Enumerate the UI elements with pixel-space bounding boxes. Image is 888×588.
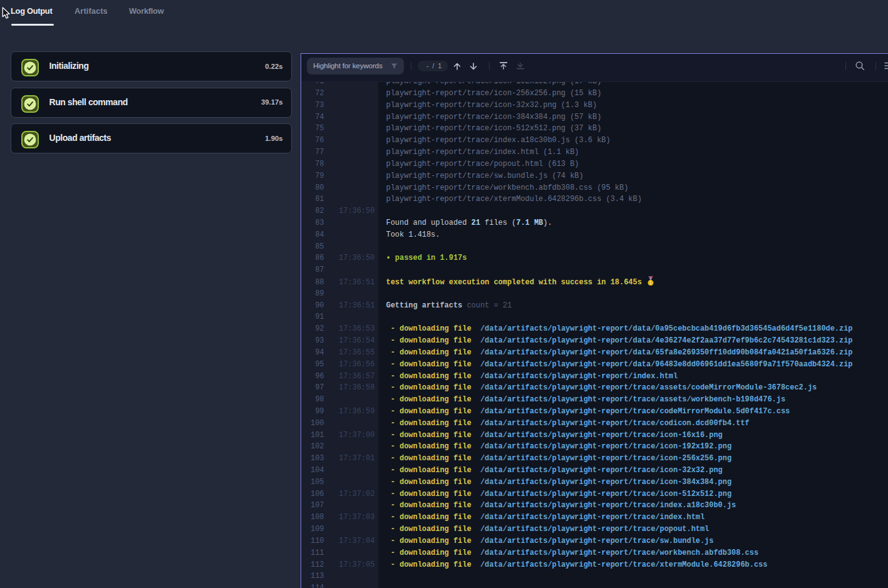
svg-text:1: 1 — [649, 281, 652, 285]
